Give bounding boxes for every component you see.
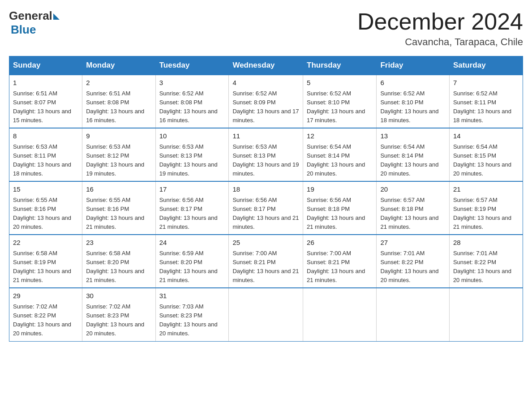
calendar-day-cell: 26Sunrise: 7:00 AMSunset: 8:21 PMDayligh… <box>303 235 377 288</box>
logo-general-text: General <box>9 9 52 23</box>
calendar-week-row: 15Sunrise: 6:55 AMSunset: 8:16 PMDayligh… <box>9 181 523 235</box>
day-info: Sunrise: 6:52 AMSunset: 8:11 PMDaylight:… <box>453 90 511 124</box>
calendar-day-cell: 21Sunrise: 6:57 AMSunset: 8:19 PMDayligh… <box>449 181 523 235</box>
calendar-day-cell <box>229 288 303 341</box>
day-info: Sunrise: 6:54 AMSunset: 8:14 PMDaylight:… <box>307 143 365 177</box>
calendar-day-cell: 12Sunrise: 6:54 AMSunset: 8:14 PMDayligh… <box>303 128 377 181</box>
day-info: Sunrise: 6:57 AMSunset: 8:18 PMDaylight:… <box>380 197 438 230</box>
calendar-day-cell: 14Sunrise: 6:54 AMSunset: 8:15 PMDayligh… <box>449 128 523 181</box>
calendar-day-cell: 31Sunrise: 7:03 AMSunset: 8:23 PMDayligh… <box>155 288 229 341</box>
calendar-day-cell: 30Sunrise: 7:02 AMSunset: 8:23 PMDayligh… <box>82 288 155 341</box>
day-number: 12 <box>307 131 373 141</box>
day-info: Sunrise: 6:53 AMSunset: 8:12 PMDaylight:… <box>86 143 144 177</box>
day-info: Sunrise: 6:53 AMSunset: 8:11 PMDaylight:… <box>13 143 71 177</box>
calendar-day-cell: 28Sunrise: 7:01 AMSunset: 8:22 PMDayligh… <box>449 235 523 288</box>
column-header-saturday: Saturday <box>449 56 523 75</box>
calendar-day-cell: 29Sunrise: 7:02 AMSunset: 8:22 PMDayligh… <box>9 288 82 341</box>
calendar-week-row: 8Sunrise: 6:53 AMSunset: 8:11 PMDaylight… <box>9 128 523 181</box>
calendar-day-cell: 8Sunrise: 6:53 AMSunset: 8:11 PMDaylight… <box>9 128 82 181</box>
calendar-day-cell: 11Sunrise: 6:53 AMSunset: 8:13 PMDayligh… <box>229 128 303 181</box>
day-number: 30 <box>86 291 151 301</box>
column-header-tuesday: Tuesday <box>155 56 229 75</box>
day-number: 11 <box>232 131 299 141</box>
calendar-day-cell: 23Sunrise: 6:58 AMSunset: 8:20 PMDayligh… <box>82 235 155 288</box>
calendar-table: SundayMondayTuesdayWednesdayThursdayFrid… <box>9 56 523 341</box>
day-number: 31 <box>159 291 225 301</box>
calendar-day-cell <box>449 288 523 341</box>
calendar-day-cell: 22Sunrise: 6:58 AMSunset: 8:19 PMDayligh… <box>9 235 82 288</box>
day-number: 6 <box>380 78 445 88</box>
day-number: 14 <box>453 131 519 141</box>
day-info: Sunrise: 6:57 AMSunset: 8:19 PMDaylight:… <box>453 197 511 230</box>
calendar-header-row: SundayMondayTuesdayWednesdayThursdayFrid… <box>9 56 523 75</box>
day-number: 18 <box>232 184 299 195</box>
day-number: 7 <box>453 78 519 88</box>
day-number: 9 <box>86 131 151 141</box>
day-info: Sunrise: 6:56 AMSunset: 8:18 PMDaylight:… <box>307 197 365 230</box>
calendar-day-cell: 15Sunrise: 6:55 AMSunset: 8:16 PMDayligh… <box>9 181 82 235</box>
calendar-day-cell: 2Sunrise: 6:51 AMSunset: 8:08 PMDaylight… <box>82 75 155 128</box>
calendar-day-cell: 1Sunrise: 6:51 AMSunset: 8:07 PMDaylight… <box>9 75 82 128</box>
column-header-wednesday: Wednesday <box>229 56 303 75</box>
day-info: Sunrise: 6:51 AMSunset: 8:08 PMDaylight:… <box>86 90 144 124</box>
day-number: 29 <box>13 291 78 301</box>
day-number: 15 <box>13 184 78 195</box>
day-info: Sunrise: 6:51 AMSunset: 8:07 PMDaylight:… <box>13 90 71 124</box>
day-number: 10 <box>159 131 225 141</box>
day-info: Sunrise: 6:53 AMSunset: 8:13 PMDaylight:… <box>232 143 299 177</box>
title-block: December 2024 Cavancha, Tarapaca, Chile <box>357 9 523 48</box>
day-number: 20 <box>380 184 445 195</box>
day-number: 17 <box>159 184 225 195</box>
day-number: 23 <box>86 238 151 248</box>
calendar-day-cell: 25Sunrise: 7:00 AMSunset: 8:21 PMDayligh… <box>229 235 303 288</box>
calendar-day-cell: 20Sunrise: 6:57 AMSunset: 8:18 PMDayligh… <box>377 181 449 235</box>
calendar-day-cell: 17Sunrise: 6:56 AMSunset: 8:17 PMDayligh… <box>155 181 229 235</box>
day-info: Sunrise: 6:55 AMSunset: 8:16 PMDaylight:… <box>13 197 71 230</box>
calendar-day-cell: 7Sunrise: 6:52 AMSunset: 8:11 PMDaylight… <box>449 75 523 128</box>
day-info: Sunrise: 7:03 AMSunset: 8:23 PMDaylight:… <box>159 303 218 337</box>
day-number: 3 <box>159 78 225 88</box>
day-info: Sunrise: 7:00 AMSunset: 8:21 PMDaylight:… <box>232 250 299 283</box>
calendar-day-cell: 27Sunrise: 7:01 AMSunset: 8:22 PMDayligh… <box>377 235 449 288</box>
day-number: 1 <box>13 78 78 88</box>
day-number: 24 <box>159 238 225 248</box>
day-number: 8 <box>13 131 78 141</box>
day-number: 16 <box>86 184 151 195</box>
day-number: 2 <box>86 78 151 88</box>
calendar-day-cell: 9Sunrise: 6:53 AMSunset: 8:12 PMDaylight… <box>82 128 155 181</box>
column-header-sunday: Sunday <box>9 56 82 75</box>
day-info: Sunrise: 6:54 AMSunset: 8:15 PMDaylight:… <box>453 143 511 177</box>
day-info: Sunrise: 6:58 AMSunset: 8:19 PMDaylight:… <box>13 250 71 283</box>
calendar-day-cell: 10Sunrise: 6:53 AMSunset: 8:13 PMDayligh… <box>155 128 229 181</box>
logo-blue-text: Blue <box>11 23 36 37</box>
day-number: 21 <box>453 184 519 195</box>
day-info: Sunrise: 6:52 AMSunset: 8:10 PMDaylight:… <box>307 90 365 124</box>
column-header-thursday: Thursday <box>303 56 377 75</box>
day-info: Sunrise: 7:02 AMSunset: 8:22 PMDaylight:… <box>13 303 71 337</box>
calendar-day-cell: 16Sunrise: 6:55 AMSunset: 8:16 PMDayligh… <box>82 181 155 235</box>
day-info: Sunrise: 7:01 AMSunset: 8:22 PMDaylight:… <box>453 250 511 283</box>
day-info: Sunrise: 6:54 AMSunset: 8:14 PMDaylight:… <box>380 143 438 177</box>
calendar-day-cell <box>377 288 449 341</box>
calendar-day-cell: 19Sunrise: 6:56 AMSunset: 8:18 PMDayligh… <box>303 181 377 235</box>
column-header-friday: Friday <box>377 56 449 75</box>
column-header-monday: Monday <box>82 56 155 75</box>
day-info: Sunrise: 6:52 AMSunset: 8:10 PMDaylight:… <box>380 90 438 124</box>
day-number: 28 <box>453 238 519 248</box>
calendar-day-cell: 3Sunrise: 6:52 AMSunset: 8:08 PMDaylight… <box>155 75 229 128</box>
calendar-day-cell: 4Sunrise: 6:52 AMSunset: 8:09 PMDaylight… <box>229 75 303 128</box>
location-title: Cavancha, Tarapaca, Chile <box>357 36 523 48</box>
day-number: 25 <box>232 238 299 248</box>
day-info: Sunrise: 6:52 AMSunset: 8:08 PMDaylight:… <box>159 90 218 124</box>
day-info: Sunrise: 6:59 AMSunset: 8:20 PMDaylight:… <box>159 250 218 283</box>
day-info: Sunrise: 7:01 AMSunset: 8:22 PMDaylight:… <box>380 250 438 283</box>
day-info: Sunrise: 6:53 AMSunset: 8:13 PMDaylight:… <box>159 143 218 177</box>
calendar-day-cell: 5Sunrise: 6:52 AMSunset: 8:10 PMDaylight… <box>303 75 377 128</box>
calendar-day-cell: 18Sunrise: 6:56 AMSunset: 8:17 PMDayligh… <box>229 181 303 235</box>
day-number: 4 <box>232 78 299 88</box>
calendar-day-cell: 6Sunrise: 6:52 AMSunset: 8:10 PMDaylight… <box>377 75 449 128</box>
calendar-day-cell: 13Sunrise: 6:54 AMSunset: 8:14 PMDayligh… <box>377 128 449 181</box>
day-info: Sunrise: 7:02 AMSunset: 8:23 PMDaylight:… <box>86 303 144 337</box>
month-title: December 2024 <box>357 9 523 34</box>
day-number: 5 <box>307 78 373 88</box>
